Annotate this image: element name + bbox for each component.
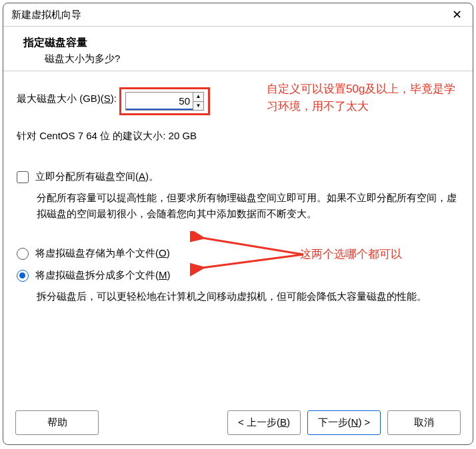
disk-size-spinner[interactable]: ▲ ▼ xyxy=(125,92,204,111)
annotation-either-ok: 这两个选哪个都可以 xyxy=(300,246,402,263)
page-title: 指定磁盘容量 xyxy=(23,36,459,50)
disk-size-input[interactable] xyxy=(126,93,193,110)
allocate-now-description: 分配所有容量可以提高性能，但要求所有物理磁盘空间立即可用。如果不立即分配所有空间… xyxy=(37,190,459,222)
store-split-description: 拆分磁盘后，可以更轻松地在计算机之间移动虚拟机，但可能会降低大容量磁盘的性能。 xyxy=(37,288,459,304)
store-split-label: 将虚拟磁盘拆分成多个文件(M) xyxy=(35,269,171,282)
spinner-buttons: ▲ ▼ xyxy=(193,93,203,110)
wizard-footer: 帮助 < 上一步(B) 下一步(N) > 取消 xyxy=(3,404,473,444)
annotation-custom-size: 自定义可以设置50g及以上，毕竟是学习环境，用不了太大 xyxy=(267,81,467,115)
store-split-row: 将虚拟磁盘拆分成多个文件(M) xyxy=(17,269,459,282)
window-title: 新建虚拟机向导 xyxy=(11,9,81,21)
store-single-radio[interactable] xyxy=(17,248,29,260)
store-split-radio[interactable] xyxy=(17,270,29,282)
allocate-now-checkbox[interactable] xyxy=(17,171,29,183)
close-icon[interactable]: ✕ xyxy=(449,7,465,22)
back-button[interactable]: < 上一步(B) xyxy=(227,410,301,435)
wizard-header: 指定磁盘容量 磁盘大小为多少? xyxy=(3,27,473,71)
wizard-content: 自定义可以设置50g及以上，毕竟是学习环境，用不了太大 最大磁盘大小 (GB)(… xyxy=(3,71,473,404)
allocate-now-label: 立即分配所有磁盘空间(A)。 xyxy=(35,171,159,183)
next-button[interactable]: 下一步(N) > xyxy=(307,410,381,435)
allocate-now-row: 立即分配所有磁盘空间(A)。 xyxy=(17,171,459,183)
help-button[interactable]: 帮助 xyxy=(15,410,99,435)
titlebar: 新建虚拟机向导 ✕ xyxy=(3,3,473,27)
disk-size-highlight-box: ▲ ▼ xyxy=(119,87,210,115)
store-single-label: 将虚拟磁盘存储为单个文件(O) xyxy=(35,247,170,260)
spinner-up-icon[interactable]: ▲ xyxy=(193,93,203,102)
disk-size-label: 最大磁盘大小 (GB)(S): xyxy=(17,93,117,105)
page-subtitle: 磁盘大小为多少? xyxy=(45,53,459,65)
spinner-down-icon[interactable]: ▼ xyxy=(193,102,203,111)
recommended-size-label: 针对 CentOS 7 64 位 的建议大小: 20 GB xyxy=(17,130,459,143)
cancel-button[interactable]: 取消 xyxy=(387,410,461,435)
wizard-window: 新建虚拟机向导 ✕ 指定磁盘容量 磁盘大小为多少? 自定义可以设置50g及以上，… xyxy=(3,3,473,445)
